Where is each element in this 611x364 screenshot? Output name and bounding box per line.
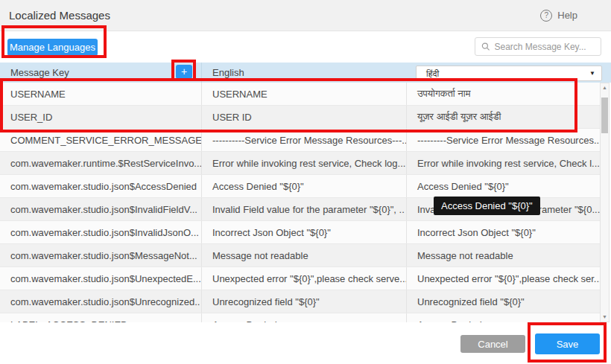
- cell-translation[interactable]: Access Denied: [406, 313, 600, 322]
- cell-english[interactable]: Unexpected error "${0}",please check ser…: [201, 267, 406, 290]
- tooltip: Access Denied "${0}": [434, 197, 540, 215]
- cell-message-key[interactable]: COMMENT_SERVICE_ERROR_MESSAGES: [0, 129, 201, 151]
- cell-translation[interactable]: Access Denied "${0}": [406, 175, 600, 197]
- language-select[interactable]: हिंदी ▼: [416, 66, 602, 81]
- table-row[interactable]: COMMENT_SERVICE_ERROR_MESSAGES ---------…: [0, 129, 600, 152]
- cell-english[interactable]: USER ID: [201, 106, 406, 128]
- table-row[interactable]: USERNAME USERNAME उपयोगकर्ता नाम: [0, 83, 600, 106]
- cell-message-key[interactable]: LABEL_ACCESS_DENIED: [0, 313, 201, 322]
- table-row[interactable]: com.wavemaker.studio.json$InvalidJsonO..…: [0, 221, 600, 244]
- cell-translation[interactable]: Incorrect Json Object "${0}": [406, 221, 600, 243]
- cell-english[interactable]: Access Denied "${0}": [201, 175, 406, 197]
- cell-message-key[interactable]: com.wavemaker.studio.json$Unrecognized..: [0, 290, 201, 313]
- table-row[interactable]: com.wavemaker.studio.json$UnexpectedE...…: [0, 267, 600, 290]
- help-label: Help: [557, 10, 577, 21]
- cell-message-key[interactable]: com.wavemaker.studio.json$InvalidJsonO..…: [0, 221, 201, 243]
- cell-english[interactable]: Error while invoking rest service, Check…: [201, 152, 406, 174]
- scroll-up-icon[interactable]: ▲: [601, 83, 609, 92]
- vertical-scrollbar[interactable]: ▲ ▼: [600, 83, 610, 322]
- cell-english[interactable]: Incorrect Json Object "${0}": [201, 221, 406, 243]
- table-row[interactable]: com.wavemaker.runtime.$RestServiceInvo..…: [0, 152, 600, 175]
- cell-message-key[interactable]: com.wavemaker.runtime.$RestServiceInvo..…: [0, 152, 201, 174]
- cancel-button[interactable]: Cancel: [460, 335, 525, 353]
- search-icon: [481, 42, 490, 51]
- cell-english[interactable]: Message not readable: [201, 244, 406, 266]
- cell-english[interactable]: Access Denied: [201, 313, 406, 322]
- help-icon: ?: [540, 10, 552, 22]
- scroll-down-icon[interactable]: ▼: [601, 313, 609, 322]
- manage-languages-button[interactable]: Manage Languages: [7, 39, 98, 56]
- table-row[interactable]: com.wavemaker.studio.json$MessageNot... …: [0, 244, 600, 267]
- cell-translation[interactable]: ---------Service Error Message Resources…: [406, 129, 600, 151]
- top-bar: Localized Messages ? Help: [0, 0, 611, 31]
- cell-message-key[interactable]: USER_ID: [0, 106, 201, 128]
- cell-message-key[interactable]: com.wavemaker.studio.json$UnexpectedE...: [0, 267, 201, 290]
- cell-translation[interactable]: Unrecognized field "${0}": [406, 290, 600, 313]
- table-row[interactable]: com.wavemaker.studio.json$Unrecognized..…: [0, 290, 600, 313]
- cell-translation[interactable]: Message not readable: [406, 244, 600, 266]
- cell-english[interactable]: ----------Service Error Message Resource…: [201, 129, 406, 151]
- cell-translation[interactable]: Error while invoking rest service, Check…: [406, 152, 600, 174]
- column-header-english[interactable]: English: [201, 63, 406, 83]
- cell-translation[interactable]: यूज़र आईडी यूज़र आईडी: [406, 106, 600, 128]
- cell-translation[interactable]: Unexpected error "${0}",please check ser…: [406, 267, 600, 290]
- table-row[interactable]: com.wavemaker.studio.json$AccessDenied A…: [0, 175, 600, 198]
- column-header-message-key[interactable]: Message Key: [0, 63, 201, 83]
- cell-message-key[interactable]: com.wavemaker.studio.json$AccessDenied: [0, 175, 201, 197]
- table-row[interactable]: LABEL_ACCESS_DENIED Access Denied Access…: [0, 313, 600, 322]
- cell-english[interactable]: Unrecognized field "${0}": [201, 290, 406, 313]
- scrollbar-thumb[interactable]: [601, 98, 608, 133]
- page-title: Localized Messages: [9, 9, 110, 22]
- cell-english[interactable]: Invalid Field value for the parameter "$…: [201, 198, 406, 220]
- add-message-key-button[interactable]: +: [176, 65, 192, 79]
- cell-message-key[interactable]: com.wavemaker.studio.json$InvalidFieldV.…: [0, 198, 201, 220]
- plus-icon: +: [181, 66, 187, 77]
- cell-message-key[interactable]: com.wavemaker.studio.json$MessageNot...: [0, 244, 201, 266]
- table-row[interactable]: USER_ID USER ID यूज़र आईडी यूज़र आईडी: [0, 106, 600, 129]
- toolbar: Manage Languages: [0, 31, 611, 63]
- language-select-value: हिंदी: [426, 68, 439, 79]
- cell-message-key[interactable]: USERNAME: [0, 83, 201, 105]
- save-button[interactable]: Save: [535, 333, 600, 354]
- cell-translation[interactable]: उपयोगकर्ता नाम: [406, 83, 600, 105]
- search-input[interactable]: [495, 42, 595, 52]
- help-button[interactable]: ? Help: [540, 10, 577, 22]
- search-box[interactable]: [475, 37, 601, 56]
- cell-english[interactable]: USERNAME: [201, 83, 406, 105]
- chevron-down-icon: ▼: [589, 70, 595, 77]
